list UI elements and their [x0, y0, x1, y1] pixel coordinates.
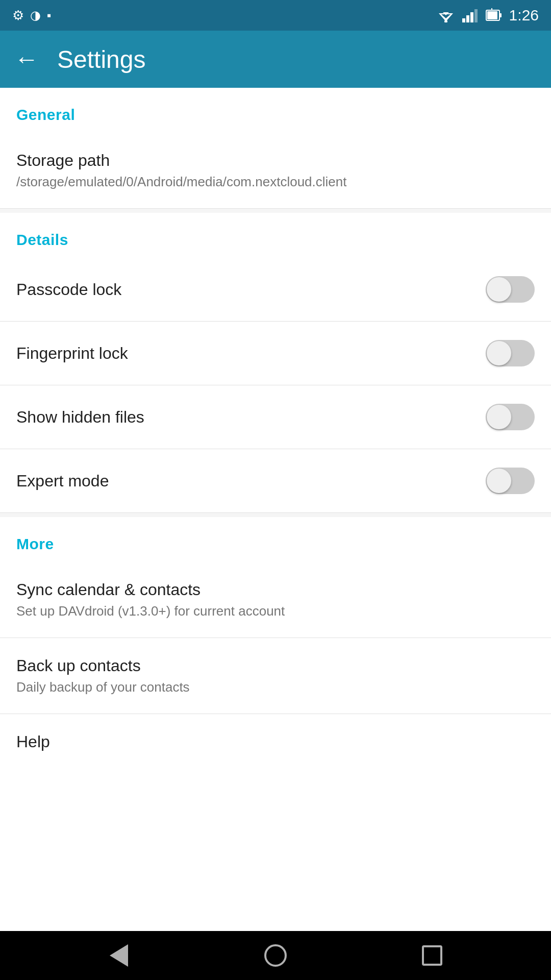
show-hidden-files-toggle-knob	[487, 405, 511, 429]
sync-calendar-contacts-item[interactable]: Sync calendar & contacts Set up DAVdroid…	[0, 562, 551, 638]
settings-content: General Storage path /storage/emulated/0…	[0, 88, 551, 931]
sync-icon: ◑	[30, 8, 41, 22]
settings-icon: ⚙	[12, 8, 24, 23]
wifi-icon	[437, 8, 455, 22]
section-general-label: General	[16, 106, 75, 123]
fingerprint-lock-toggle-knob	[487, 341, 511, 365]
fingerprint-lock-text: Fingerprint lock	[16, 344, 128, 363]
recents-nav-icon	[422, 945, 442, 966]
expert-mode-toggle-knob	[487, 469, 511, 493]
home-nav-button[interactable]	[255, 935, 296, 976]
nav-bar	[0, 931, 551, 980]
svg-rect-6	[470, 12, 473, 22]
status-bar-right-icons: 1:26	[437, 7, 539, 24]
back-button[interactable]: ←	[14, 47, 39, 71]
svg-point-3	[444, 20, 447, 22]
back-up-contacts-item[interactable]: Back up contacts Daily backup of your co…	[0, 638, 551, 714]
fingerprint-lock-toggle[interactable]	[486, 340, 535, 366]
section-details-header: Details	[0, 213, 551, 258]
back-nav-icon	[110, 944, 128, 967]
app-bar-title: Settings	[57, 45, 145, 74]
spacer-2	[0, 513, 551, 517]
back-nav-button[interactable]	[98, 935, 139, 976]
signal-icon	[462, 8, 479, 22]
section-more-header: More	[0, 517, 551, 562]
passcode-lock-text: Passcode lock	[16, 280, 121, 299]
storage-path-subtitle: /storage/emulated/0/Android/media/com.ne…	[16, 174, 346, 190]
passcode-lock-toggle[interactable]	[486, 276, 535, 303]
show-hidden-files-title: Show hidden files	[16, 408, 144, 427]
expert-mode-text: Expert mode	[16, 472, 109, 491]
expert-mode-toggle[interactable]	[486, 468, 535, 494]
fingerprint-lock-title: Fingerprint lock	[16, 344, 128, 363]
app-bar: ← Settings	[0, 31, 551, 88]
spacer-1	[0, 209, 551, 213]
recents-nav-button[interactable]	[412, 935, 453, 976]
passcode-lock-title: Passcode lock	[16, 280, 121, 299]
expert-mode-item[interactable]: Expert mode	[0, 449, 551, 513]
sync-calendar-contacts-title: Sync calendar & contacts	[16, 580, 285, 599]
storage-path-title: Storage path	[16, 151, 346, 170]
sync-calendar-contacts-subtitle: Set up DAVdroid (v1.3.0+) for current ac…	[16, 603, 285, 619]
sync-calendar-contacts-text: Sync calendar & contacts Set up DAVdroid…	[16, 580, 285, 619]
section-more-label: More	[16, 535, 54, 552]
help-text: Help	[16, 732, 50, 751]
passcode-lock-toggle-knob	[487, 277, 511, 302]
show-hidden-files-toggle[interactable]	[486, 404, 535, 430]
home-nav-icon	[264, 944, 287, 967]
back-up-contacts-subtitle: Daily backup of your contacts	[16, 679, 190, 695]
back-up-contacts-text: Back up contacts Daily backup of your co…	[16, 656, 190, 695]
storage-path-item[interactable]: Storage path /storage/emulated/0/Android…	[0, 133, 551, 209]
svg-rect-4	[462, 18, 465, 22]
status-time: 1:26	[509, 7, 539, 24]
sd-card-icon: ▪	[47, 8, 52, 22]
section-general-header: General	[0, 88, 551, 133]
help-item[interactable]: Help	[0, 714, 551, 770]
storage-path-text: Storage path /storage/emulated/0/Android…	[16, 151, 346, 190]
svg-rect-7	[474, 9, 478, 22]
section-details-label: Details	[16, 231, 68, 248]
svg-rect-5	[466, 15, 469, 22]
fingerprint-lock-item[interactable]: Fingerprint lock	[0, 322, 551, 385]
svg-rect-10	[487, 11, 497, 19]
expert-mode-title: Expert mode	[16, 472, 109, 491]
status-bar: ⚙ ◑ ▪ 1:26	[0, 0, 551, 31]
back-up-contacts-title: Back up contacts	[16, 656, 190, 675]
passcode-lock-item[interactable]: Passcode lock	[0, 258, 551, 322]
show-hidden-files-text: Show hidden files	[16, 408, 144, 427]
help-title: Help	[16, 732, 50, 751]
svg-rect-9	[499, 13, 502, 17]
show-hidden-files-item[interactable]: Show hidden files	[0, 385, 551, 449]
status-bar-left-icons: ⚙ ◑ ▪	[12, 8, 52, 23]
battery-icon	[486, 8, 502, 22]
